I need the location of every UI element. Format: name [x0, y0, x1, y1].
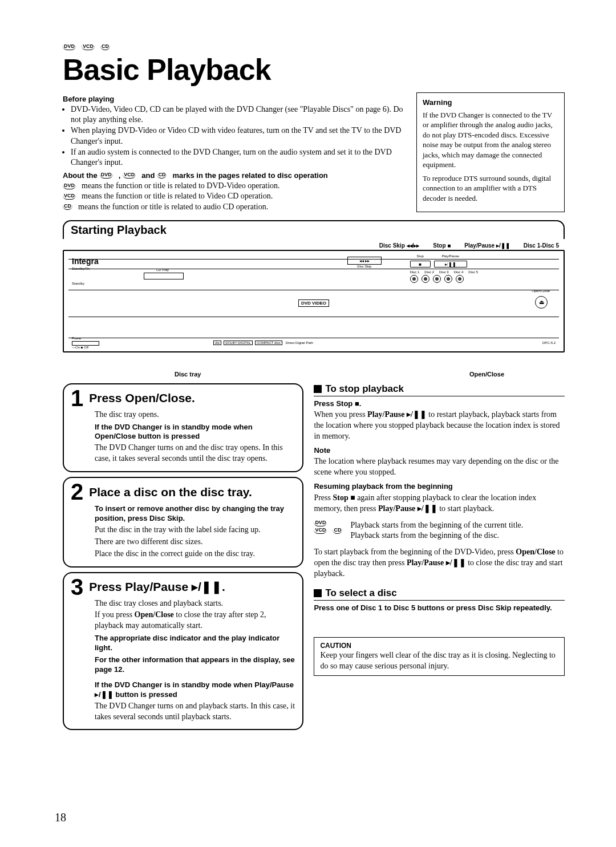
callout-play-pause: Play/Pause ▸/❚❚: [464, 242, 509, 249]
callout-stop: Stop ■: [433, 242, 451, 249]
step-number: 3: [71, 577, 83, 597]
cd-badge-icon: CD: [333, 528, 342, 534]
header-disc-badges: DVD VCD CD: [63, 40, 565, 50]
about-marks-lines: DVD means the function or title is relat…: [63, 181, 407, 212]
step-subheading: For the other information that appears i…: [95, 655, 295, 675]
standby-on-label: Standby/On: [72, 267, 90, 270]
device-model-label: DPC-5.2: [542, 341, 556, 345]
dvd-badge-icon: DVD: [63, 44, 76, 50]
open-close-label: Open/Close: [532, 289, 550, 293]
step-subheading: If the DVD Changer is in standby mode wh…: [95, 423, 295, 442]
before-item: If an audio system is connected to the D…: [71, 147, 407, 168]
dvd-badge-icon: DVD: [63, 183, 76, 189]
device-front-panel: Integra Standby/On Standby CD Play ◂◂ ▸▸…: [63, 250, 565, 352]
device-top-slot: [68, 259, 559, 269]
before-item: When playing DVD-Video or Video CD with …: [71, 125, 407, 146]
device-bottom-callouts: Disc tray Open/Close: [63, 352, 565, 380]
to-select-disc-section: To select a disc Press one of Disc 1 to …: [314, 587, 565, 613]
step-text: There are two different disc sizes.: [95, 537, 295, 548]
device-footer-row: Power —On ■ Off dts DOLBY DIGITAL COMPAC…: [68, 338, 559, 348]
step-3: 3 Press Play/Pause ▸/❚❚. The disc tray c…: [63, 572, 303, 731]
cd-badge-icon: CD: [157, 172, 167, 179]
device-diagram-block: Disc Skip ◂◂/▸▸ Stop ■ Play/Pause ▸/❚❚ D…: [63, 239, 565, 380]
right-text: When you press Play/Pause ▸/❚❚ to restar…: [314, 410, 565, 442]
disc-button-icon: [422, 275, 429, 283]
caution-box: CAUTION Keep your fingers well clear of …: [314, 637, 565, 676]
before-item: DVD-Video, Video CD, CD can be played wi…: [71, 104, 407, 125]
right-heading: To stop playback: [314, 383, 565, 396]
step-text: If you press Open/Close to close the tra…: [95, 610, 295, 631]
right-text: To start playback from the beginning of …: [314, 547, 565, 579]
dvd-badge-icon: DVD: [100, 172, 113, 179]
disc-button-icon: [456, 275, 464, 283]
right-text: The location where playback resumes may …: [314, 456, 565, 478]
about-marks-heading: About the DVD , VCD and CD marks in the …: [63, 171, 407, 180]
step-2: 2 Place a disc on the disc tray. To inse…: [63, 477, 303, 567]
vcd-badge-icon: VCD: [123, 172, 136, 179]
dts-logo-icon: dts: [213, 341, 221, 345]
warning-text: If the DVD Changer is connected to the T…: [423, 110, 558, 170]
step-title: Press Open/Close.: [89, 391, 195, 405]
standby-label: Standby: [72, 282, 84, 285]
step-title: Place a disc on the disc tray.: [89, 485, 252, 499]
step-subheading: To insert or remove another disc by chan…: [95, 504, 295, 524]
right-text: Press Stop ■ again after stopping playba…: [314, 493, 565, 514]
note-heading: Note: [314, 445, 565, 456]
power-switch-icon: [72, 341, 99, 346]
open-close-button-icon: ⏏: [535, 296, 548, 309]
step-text: Place the disc in the correct guide on t…: [95, 549, 295, 560]
step-title: Press Play/Pause ▸/❚❚.: [89, 579, 225, 594]
step-text: The disc tray closes and playback starts…: [95, 598, 295, 609]
stop-button-icon: ■: [410, 261, 431, 268]
callout-disc-skip: Disc Skip ◂◂/▸▸: [379, 242, 420, 249]
disc-type-notes: DVD VCD CD Playback starts from the begi…: [314, 520, 565, 542]
step-subheading: The appropriate disc indicator and the p…: [95, 634, 295, 653]
step-text: The DVD Changer turns on and the disc tr…: [95, 443, 295, 464]
vcd-cd-note: Playback starts from the beginning of th…: [350, 530, 523, 541]
before-playing-section: Before playing DVD-Video, Video CD, CD c…: [63, 92, 407, 212]
caution-text: Keep your fingers well clear of the disc…: [320, 650, 558, 672]
vcd-badge-icon: VCD: [63, 193, 76, 200]
callout-open-close: Open/Close: [469, 371, 504, 378]
step-text: The DVD Changer turns on and playback st…: [95, 701, 295, 723]
step-text: The disc tray opens.: [95, 410, 295, 420]
step-number: 1: [71, 388, 83, 408]
step-number: 2: [71, 481, 83, 502]
right-heading: To select a disc: [314, 587, 565, 601]
caution-heading: CAUTION: [320, 641, 558, 650]
disc-button-icon: [410, 275, 418, 283]
cd-play-button-icon: [144, 273, 184, 279]
select-disc-text: Press one of Disc 1 to Disc 5 buttons or…: [314, 603, 565, 613]
disc-button-icon: [433, 275, 441, 283]
warning-text: To reproduce DTS surround sounds, digita…: [423, 173, 558, 204]
skip-button-icon: ◂◂ ▸▸: [347, 257, 382, 265]
disc-tray: DVD VIDEO Open/Close ⏏: [68, 290, 559, 317]
dolby-logo-icon: DOLBY DIGITAL: [224, 341, 253, 345]
cd-play-label: CD Play: [156, 268, 169, 271]
step-1: 1 Press Open/Close. The disc tray opens.…: [63, 383, 303, 472]
callout-disc-tray: Disc tray: [175, 371, 201, 378]
callout-discs: Disc 1-Disc 5: [524, 242, 559, 249]
section-heading: Starting Playback: [63, 220, 565, 239]
dvd-badge-icon: DVD: [314, 520, 327, 526]
vcd-badge-icon: VCD: [82, 44, 95, 50]
warning-heading: Warning: [423, 98, 558, 108]
page-title: Basic Playback: [63, 52, 565, 87]
dvd-note: Playback starts from the beginning of th…: [350, 520, 523, 531]
step-text: Put the disc in the tray with the label …: [95, 525, 295, 536]
press-stop-label: Press Stop ■.: [314, 399, 565, 409]
device-top-callouts: Disc Skip ◂◂/▸▸ Stop ■ Play/Pause ▸/❚❚ D…: [63, 242, 565, 250]
cd-badge-icon: CD: [100, 44, 110, 50]
disc-select-buttons: [410, 275, 478, 283]
step-subheading: If the DVD Changer is in standby mode wh…: [95, 680, 295, 700]
cd-logo-icon: COMPACT disc: [255, 341, 282, 345]
device-control-cluster: ◂◂ ▸▸ Disc Skip Stop ■ Play/Pause ▸/❚❚: [347, 254, 478, 283]
vcd-badge-icon: VCD: [314, 528, 327, 534]
resume-heading: Resuming playback from the beginning: [314, 481, 565, 492]
warning-box: Warning If the DVD Changer is connected …: [416, 92, 565, 212]
dvd-logo-icon: DVD VIDEO: [298, 299, 329, 307]
to-stop-playback-section: To stop playback Press Stop ■. When you …: [314, 383, 565, 579]
play-pause-button-icon: ▸/❚❚: [434, 261, 467, 268]
disc-skip-label: Disc Skip: [347, 265, 382, 268]
ddp-label: Direct Digital Path: [285, 341, 314, 345]
